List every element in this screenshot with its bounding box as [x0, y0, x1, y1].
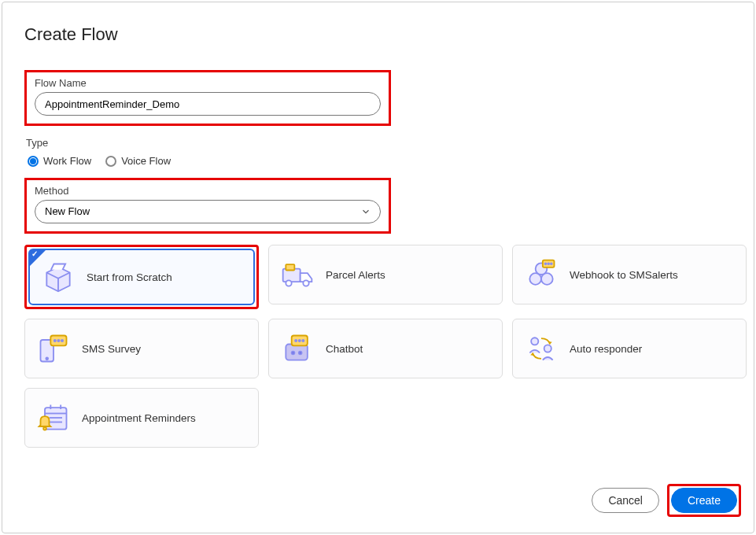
template-start-from-scratch[interactable]: Start from Scratch	[28, 249, 255, 305]
svg-point-16	[61, 340, 63, 341]
template-label: Chatbot	[326, 343, 363, 355]
template-label: Webhook to SMSalerts	[570, 269, 678, 281]
radio-work-flow[interactable]	[28, 156, 39, 167]
radio-voice-flow-label[interactable]: Voice Flow	[121, 155, 171, 167]
svg-point-10	[551, 263, 552, 264]
template-label: Auto responder	[570, 343, 642, 355]
template-grid: Start from Scratch Parcel Alerts	[24, 245, 747, 448]
svg-point-22	[299, 340, 301, 341]
svg-point-21	[295, 340, 297, 341]
truck-icon	[280, 257, 315, 292]
radio-voice-flow[interactable]	[105, 156, 116, 167]
create-button-highlight: Create	[667, 484, 741, 517]
svg-point-19	[299, 352, 302, 355]
flow-name-input[interactable]	[35, 92, 381, 116]
svg-marker-27	[530, 353, 535, 356]
svg-marker-26	[548, 341, 552, 345]
template-sms-survey[interactable]: SMS Survey	[24, 319, 259, 378]
sms-survey-icon	[36, 331, 71, 366]
webhook-icon	[524, 257, 559, 292]
svg-point-8	[545, 263, 547, 264]
svg-point-9	[548, 263, 549, 264]
svg-rect-17	[286, 345, 308, 360]
template-parcel-alerts[interactable]: Parcel Alerts	[268, 245, 503, 304]
svg-point-12	[46, 357, 48, 360]
template-label: Start from Scratch	[87, 271, 172, 283]
svg-point-14	[54, 340, 56, 341]
svg-point-23	[302, 340, 304, 341]
page-title: Create Flow	[24, 24, 754, 45]
appointment-icon	[36, 400, 71, 435]
svg-point-15	[57, 340, 59, 341]
template-label: SMS Survey	[82, 343, 141, 355]
svg-rect-3	[286, 264, 294, 270]
flow-name-label: Flow Name	[35, 77, 381, 89]
create-flow-dialog: Create Flow Flow Name Type Work Flow Voi…	[2, 2, 754, 533]
radio-work-flow-label[interactable]: Work Flow	[43, 155, 91, 167]
method-select[interactable]: New Flow	[35, 200, 381, 223]
template-label: Appointment Reminders	[82, 412, 196, 424]
svg-point-1	[286, 280, 291, 286]
template-chatbot[interactable]: Chatbot	[268, 319, 503, 378]
template-appointment-reminders[interactable]: Appointment Reminders	[24, 388, 259, 448]
dialog-footer: Cancel Create	[592, 484, 741, 517]
method-label: Method	[35, 185, 381, 197]
template-auto-responder[interactable]: Auto responder	[512, 319, 747, 378]
autoresponder-icon	[524, 331, 559, 366]
svg-point-24	[531, 338, 538, 345]
svg-point-25	[544, 345, 551, 352]
start-from-scratch-highlight: Start from Scratch	[24, 245, 259, 309]
svg-point-18	[292, 352, 295, 355]
svg-point-34	[43, 427, 46, 430]
flow-name-highlight: Flow Name	[24, 70, 391, 126]
chatbot-icon	[280, 331, 315, 366]
cancel-button[interactable]: Cancel	[592, 488, 659, 513]
method-highlight: Method New Flow	[24, 178, 391, 234]
create-button[interactable]: Create	[671, 488, 737, 513]
svg-point-2	[303, 280, 308, 286]
template-label: Parcel Alerts	[326, 269, 385, 281]
template-webhook-smsalerts[interactable]: Webhook to SMSalerts	[512, 245, 747, 304]
box-icon	[41, 260, 76, 294]
type-label: Type	[26, 137, 754, 149]
